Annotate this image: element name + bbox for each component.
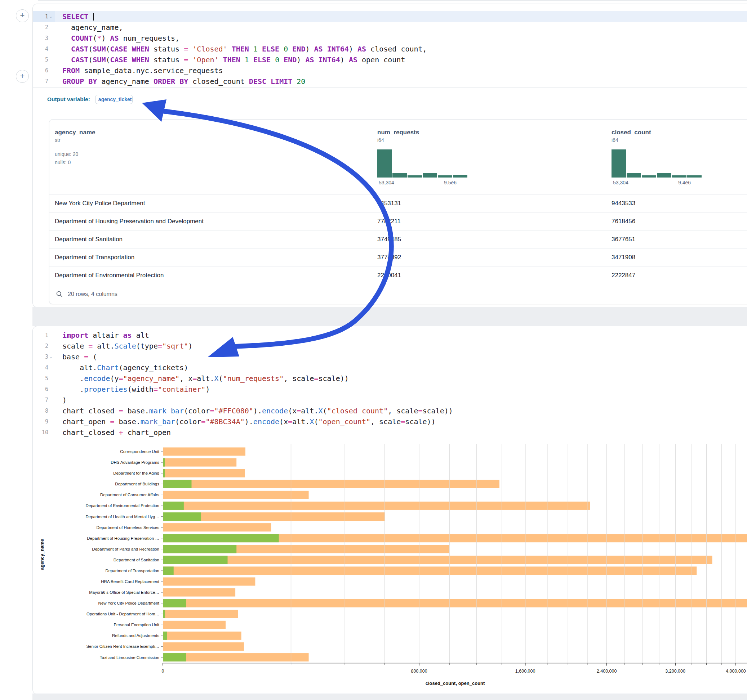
column-type: i64 <box>611 137 702 143</box>
svg-text:Department of Environmental Pr: Department of Environmental Protection <box>85 503 159 508</box>
svg-text:Taxi and Limousine Commission: Taxi and Limousine Commission <box>100 655 159 660</box>
column-stats: unique: 20nulls: 0 <box>55 150 95 167</box>
svg-text:Department of Consumer Affairs: Department of Consumer Affairs <box>100 493 159 497</box>
table-cell: Department of Sanitation <box>55 236 122 243</box>
svg-text:closed_count, open_count: closed_count, open_count <box>426 680 485 686</box>
line-number: 7 <box>33 76 55 87</box>
row-column-count: 20 rows, 4 columns <box>68 291 118 297</box>
svg-text:Senior Citizen Rent Increase E: Senior Citizen Rent Increase Exempti… <box>86 644 159 649</box>
code-line[interactable]: 4 CAST(SUM(CASE WHEN status = 'Closed' T… <box>33 44 747 54</box>
svg-text:Department of Sanitation: Department of Sanitation <box>113 558 159 562</box>
line-number: 5 <box>33 373 55 384</box>
histogram-range-labels: 53,3049.4e6 <box>611 179 702 186</box>
table-cell: 3471908 <box>611 254 635 261</box>
table-cell: 7618456 <box>611 218 635 225</box>
output-variable-label: Output variable: <box>47 96 90 103</box>
line-number: 1⌄ <box>33 11 55 22</box>
table-cell: 7782211 <box>377 218 401 225</box>
svg-text:0: 0 <box>162 669 164 674</box>
result-table-footer: 20 rows, 4 columns <box>49 284 747 304</box>
result-table: agency_namestrunique: 20nulls: 0num_requ… <box>49 119 747 304</box>
line-number: 9 <box>33 416 55 427</box>
table-cell: New York City Police Department <box>55 200 145 207</box>
table-row[interactable]: Department of Environmental Protection22… <box>49 267 747 285</box>
svg-text:HRA Benefit Card Replacement: HRA Benefit Card Replacement <box>101 579 160 584</box>
text-caret <box>93 13 94 21</box>
table-row[interactable]: Department of Transportation377489234719… <box>49 249 747 267</box>
code-line[interactable]: 7GROUP BY agency_name ORDER BY closed_co… <box>33 76 747 87</box>
column-header-agency_name[interactable]: agency_namestrunique: 20nulls: 0 <box>55 129 95 167</box>
svg-text:800,000: 800,000 <box>411 669 427 674</box>
fold-caret-icon[interactable]: ⌄ <box>48 11 53 22</box>
table-cell: 3677651 <box>611 236 635 243</box>
table-cell: 9443533 <box>611 200 635 207</box>
svg-text:DHS Advantage Programs: DHS Advantage Programs <box>110 460 159 465</box>
table-cell: 2240041 <box>377 272 401 279</box>
table-row[interactable]: Department of Sanitation37494853677651 <box>49 231 747 249</box>
code-text: FROM sample_data.nyc.service_requests <box>55 65 223 76</box>
add-cell-button-top[interactable]: + <box>16 9 29 22</box>
code-text: .properties(width="container") <box>55 384 210 395</box>
code-text: alt.Chart(agency_tickets) <box>55 362 188 373</box>
svg-text:Department of Homeless Service: Department of Homeless Services <box>97 525 160 530</box>
svg-text:3,200,000: 3,200,000 <box>665 669 685 674</box>
output-variable-chip[interactable]: agency_tickets <box>95 95 133 104</box>
svg-text:Refunds and Adjustments: Refunds and Adjustments <box>112 634 159 638</box>
page-bottom-gap <box>32 694 747 700</box>
line-number: 2 <box>33 22 55 33</box>
table-cell: Department of Transportation <box>55 254 135 261</box>
column-type: str <box>55 137 95 143</box>
code-line[interactable]: 2 agency_name, <box>33 22 747 33</box>
column-header-num_requests[interactable]: num_requestsi6453,3049.5e6 <box>377 129 467 186</box>
svg-text:Department of Health and Menta: Department of Health and Mental Hyg… <box>85 514 159 519</box>
code-line[interactable]: 3⌄base = ( <box>33 352 747 362</box>
line-number: 3 <box>33 33 55 44</box>
line-number: 4 <box>33 362 55 373</box>
svg-text:4,000,000: 4,000,000 <box>726 669 746 674</box>
code-line[interactable]: 6FROM sample_data.nyc.service_requests <box>33 65 747 76</box>
code-line[interactable]: 3 COUNT(*) AS num_requests, <box>33 33 747 44</box>
code-line[interactable]: 6 .properties(width="container") <box>33 384 747 395</box>
code-text: scale = alt.Scale(type="sqrt") <box>55 341 192 352</box>
column-type: i64 <box>377 137 467 143</box>
code-line[interactable]: 1import altair as alt <box>33 330 747 341</box>
svg-text:1,600,000: 1,600,000 <box>515 669 535 674</box>
column-header-closed_count[interactable]: closed_counti6453,3049.4e6 <box>611 129 702 186</box>
column-name: agency_name <box>55 129 95 136</box>
table-row[interactable]: Department of Housing Preservation and D… <box>49 213 747 231</box>
line-number: 6 <box>33 65 55 76</box>
svg-text:Department for the Aging: Department for the Aging <box>113 471 159 475</box>
code-text: chart_closed = base.mark_bar(color="#FFC… <box>55 406 453 416</box>
python-code-editor[interactable]: 1import altair as alt2scale = alt.Scale(… <box>33 330 747 438</box>
code-line[interactable]: 4 alt.Chart(agency_tickets) <box>33 362 747 373</box>
histogram-range-labels: 53,3049.5e6 <box>377 179 467 186</box>
add-cell-button-middle[interactable]: + <box>16 70 29 83</box>
code-line[interactable]: 5 CAST(SUM(CASE WHEN status = 'Open' THE… <box>33 54 747 65</box>
search-icon[interactable] <box>56 291 63 298</box>
table-row[interactable]: New York City Police Department945313194… <box>49 195 747 213</box>
code-text: ) <box>55 395 67 406</box>
svg-text:Correspondence Unit: Correspondence Unit <box>120 450 159 454</box>
table-cell: 3774892 <box>377 254 401 261</box>
line-number: 3⌄ <box>33 352 55 362</box>
code-line[interactable]: 9chart_open = base.mark_bar(color="#8BC3… <box>33 416 747 427</box>
code-line[interactable]: 10chart_closed + chart_open <box>33 427 747 438</box>
code-line[interactable]: 1⌄SELECT <box>33 11 747 22</box>
code-line[interactable]: 5 .encode(y="agency_name", x=alt.X("num_… <box>33 373 747 384</box>
line-number: 1 <box>33 330 55 341</box>
code-line[interactable]: 8chart_closed = base.mark_bar(color="#FF… <box>33 406 747 416</box>
code-text: .encode(y="agency_name", x=alt.X("num_re… <box>55 373 349 384</box>
column-name: num_requests <box>377 129 467 136</box>
svg-text:New York City Police Departmen: New York City Police Department <box>98 601 160 605</box>
code-text: CAST(SUM(CASE WHEN status = 'Open' THEN … <box>55 54 405 65</box>
code-text: GROUP BY agency_name ORDER BY closed_cou… <box>55 76 305 87</box>
table-cell: 9453131 <box>377 200 401 207</box>
result-table-header: agency_namestrunique: 20nulls: 0num_requ… <box>49 119 747 195</box>
code-line[interactable]: 2scale = alt.Scale(type="sqrt") <box>33 341 747 352</box>
code-text: CAST(SUM(CASE WHEN status = 'Closed' THE… <box>55 44 427 54</box>
code-text: import altair as alt <box>55 330 149 341</box>
fold-caret-icon[interactable]: ⌄ <box>48 352 53 362</box>
sql-code-editor[interactable]: 1⌄SELECT 2 agency_name,3 COUNT(*) AS num… <box>33 11 747 87</box>
code-line[interactable]: 7) <box>33 395 747 406</box>
line-number: 7 <box>33 395 55 406</box>
